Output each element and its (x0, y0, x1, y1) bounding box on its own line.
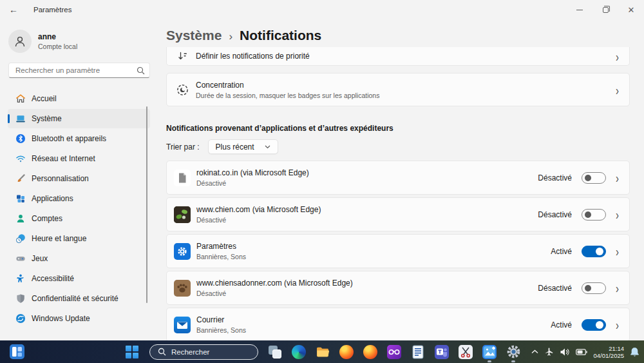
chevron-right-icon: › (616, 208, 619, 221)
taskbar-search-placeholder: Rechercher (171, 348, 209, 356)
chevron-right-icon: › (616, 282, 619, 295)
battery-icon[interactable] (576, 349, 587, 355)
sidebar-item-confidentialite[interactable]: Confidentialité et sécurité (8, 289, 150, 308)
page-title: Notifications (240, 28, 321, 43)
window-title: Paramètres (33, 6, 71, 14)
toggle-status-label: Désactivé (538, 173, 572, 182)
breadcrumb: Système › Notifications (166, 28, 630, 43)
teams-icon[interactable] (434, 344, 450, 360)
app-row-rokinat[interactable]: rokinat.co.in (via Microsoft Edge) Désac… (166, 161, 630, 195)
sidebar-item-comptes[interactable]: Comptes (8, 209, 150, 228)
toggle-knob (596, 248, 603, 255)
user-profile[interactable]: anne Compte local (8, 30, 150, 53)
sidebar-item-bluetooth[interactable]: Bluetooth et appareils (8, 129, 150, 148)
app-row-chiensadonner[interactable]: www.chiensadonner.com (via Microsoft Edg… (166, 271, 630, 305)
minimize-icon (576, 10, 583, 10)
sidebar-scrollbar[interactable] (146, 106, 147, 303)
time-language-icon (15, 233, 26, 244)
app-name: rokinat.co.in (via Microsoft Edge) (196, 168, 309, 177)
edge-icon[interactable] (291, 344, 307, 360)
sidebar-item-label: Bluetooth et appareils (32, 134, 106, 143)
person-icon (13, 34, 27, 48)
file-explorer-icon[interactable] (315, 344, 330, 360)
search-icon (158, 348, 166, 356)
breadcrumb-parent[interactable]: Système (166, 28, 222, 43)
user-name: anne (38, 32, 77, 41)
search-input[interactable] (8, 63, 150, 78)
back-arrow-icon[interactable]: ← (9, 5, 18, 15)
sidebar-item-accessibilite[interactable]: Accessibilité (8, 269, 150, 288)
widgets-icon[interactable] (10, 344, 24, 359)
sort-dropdown[interactable]: Plus récent (208, 139, 278, 154)
priority-notifications-row[interactable]: Définir les notifications de priorité › (166, 47, 630, 66)
app-name: www.chiensadonner.com (via Microsoft Edg… (196, 279, 353, 288)
taskbar-search[interactable]: Rechercher (149, 344, 258, 360)
settings-gear-icon[interactable] (506, 344, 521, 360)
chevron-up-icon[interactable] (531, 349, 538, 354)
close-button[interactable]: ✕ (618, 0, 644, 19)
firefox-icon[interactable] (339, 344, 354, 360)
toggle-knob (585, 175, 591, 181)
windows-start-icon[interactable] (126, 346, 138, 358)
photos-icon[interactable] (482, 344, 497, 360)
sidebar-item-systeme[interactable]: Système (8, 109, 150, 128)
notification-toggle[interactable] (582, 319, 606, 331)
snipping-tool-icon[interactable] (458, 344, 473, 360)
taskbar-app-icons (267, 344, 521, 360)
maximize-button[interactable] (592, 0, 618, 19)
notification-bell-icon[interactable] (630, 347, 639, 357)
notification-toggle[interactable] (582, 246, 606, 257)
notification-toggle[interactable] (582, 209, 606, 221)
sidebar-item-applications[interactable]: Applications (8, 189, 150, 208)
sidebar-item-jeux[interactable]: Jeux (8, 249, 150, 268)
writer-icon[interactable] (410, 344, 426, 360)
purple-glasses-app-icon[interactable] (386, 344, 402, 360)
app-name: Courrier (196, 315, 246, 324)
sidebar-item-heure-langue[interactable]: Heure et langue (8, 229, 150, 248)
taskbar: Rechercher (0, 340, 644, 363)
sidebar-item-accueil[interactable]: Accueil (8, 89, 150, 108)
sidebar-item-label: Accueil (32, 94, 57, 103)
focus-row[interactable]: Concentration Durée de la session, masqu… (166, 73, 630, 106)
sidebar-item-windows-update[interactable]: Windows Update (8, 309, 150, 328)
app-subtitle: Désactivé (196, 289, 353, 297)
app-row-chien[interactable]: www.chien.com (via Microsoft Edge) Désac… (166, 197, 630, 231)
window-controls: ✕ (567, 0, 644, 19)
app-row-courrier[interactable]: Courrier Bannières, Sons Activé › (166, 308, 630, 340)
sidebar-item-label: Heure et langue (32, 234, 86, 243)
priority-sort-icon (176, 50, 189, 63)
sidebar-item-personnalisation[interactable]: Personnalisation (8, 169, 150, 188)
toggle-knob (596, 321, 603, 329)
task-view-icon[interactable] (267, 344, 283, 360)
webpage-icon (174, 170, 191, 186)
toggle-status-label: Activé (551, 247, 572, 256)
bluetooth-icon (15, 133, 26, 144)
sidebar-item-label: Confidentialité et sécurité (32, 294, 118, 303)
airplane-icon[interactable] (544, 347, 554, 357)
search-icon (137, 66, 145, 77)
main-content: Système › Notifications Définir les noti… (158, 19, 644, 340)
sidebar-item-label: Comptes (32, 214, 62, 223)
sidebar-item-reseau[interactable]: Réseau et Internet (8, 149, 150, 168)
apps-icon (15, 193, 26, 204)
sidebar-item-label: Windows Update (32, 314, 90, 323)
firefox-icon[interactable] (363, 344, 378, 360)
network-icon (15, 153, 26, 164)
app-row-parametres[interactable]: Paramètres Bannières, Sons Activé › (166, 234, 630, 268)
notification-toggle[interactable] (582, 172, 606, 184)
toggle-status-label: Désactivé (538, 284, 572, 293)
sidebar-item-label: Système (32, 114, 62, 123)
chevron-right-icon: › (616, 83, 619, 96)
volume-icon[interactable] (560, 348, 570, 357)
app-subtitle: Bannières, Sons (196, 326, 246, 334)
toggle-status-label: Désactivé (538, 210, 572, 219)
focus-icon (176, 84, 189, 96)
notification-toggle[interactable] (582, 282, 606, 294)
minimize-button[interactable] (567, 0, 592, 19)
accessibility-icon (15, 273, 26, 284)
gaming-icon (15, 253, 26, 264)
mail-icon (174, 317, 191, 333)
clock[interactable]: 21:14 04/01/2025 (593, 345, 624, 359)
privacy-icon (15, 293, 26, 304)
app-name: Paramètres (196, 242, 246, 251)
